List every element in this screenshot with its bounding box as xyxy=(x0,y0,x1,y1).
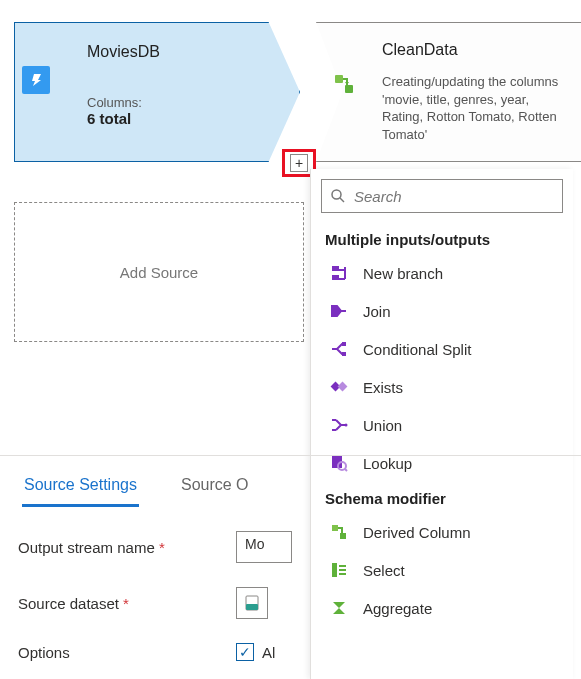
csv-file-icon xyxy=(243,594,261,612)
svg-line-3 xyxy=(340,198,344,202)
options-checkbox-label: Al xyxy=(262,644,275,661)
add-transform-button[interactable]: + xyxy=(290,154,308,172)
settings-tabs: Source Settings Source O xyxy=(18,460,581,507)
join-icon xyxy=(329,301,349,321)
svg-point-8 xyxy=(345,424,348,427)
svg-rect-0 xyxy=(335,75,343,83)
union-icon xyxy=(329,415,349,435)
svg-rect-5 xyxy=(342,352,346,356)
plus-icon: + xyxy=(295,156,303,170)
menu-item-conditional-split[interactable]: Conditional Split xyxy=(311,330,573,368)
menu-label: Union xyxy=(363,417,402,434)
group-header-multiple-io: Multiple inputs/outputs xyxy=(311,223,573,254)
menu-item-union[interactable]: Union xyxy=(311,406,573,444)
node-clean-title: CleanData xyxy=(382,41,571,59)
options-checkbox[interactable]: ✓ xyxy=(236,643,254,661)
menu-item-new-branch[interactable]: New branch xyxy=(311,254,573,292)
label-source-dataset: Source dataset xyxy=(18,595,218,612)
menu-item-join[interactable]: Join xyxy=(311,292,573,330)
search-icon xyxy=(330,188,346,204)
node-source-moviesdb[interactable]: MoviesDB Columns: 6 total xyxy=(14,22,300,162)
settings-panel: Source Settings Source O Output stream n… xyxy=(0,455,581,679)
add-source-placeholder[interactable]: Add Source xyxy=(14,202,304,342)
menu-label: New branch xyxy=(363,265,443,282)
database-source-icon xyxy=(22,66,50,94)
add-source-label: Add Source xyxy=(120,264,198,281)
search-input[interactable]: Search xyxy=(321,179,563,213)
tab-source-settings[interactable]: Source Settings xyxy=(22,468,139,507)
svg-rect-4 xyxy=(342,342,346,346)
node-source-columns-label: Columns: xyxy=(87,95,243,110)
menu-label: Join xyxy=(363,303,391,320)
menu-label: Exists xyxy=(363,379,403,396)
branch-icon xyxy=(329,263,349,283)
label-options: Options xyxy=(18,644,218,661)
check-icon: ✓ xyxy=(239,644,251,660)
dataset-picker-button[interactable] xyxy=(236,587,268,619)
svg-point-2 xyxy=(332,190,341,199)
exists-icon xyxy=(329,377,349,397)
tab-source-options[interactable]: Source O xyxy=(179,468,251,507)
search-placeholder: Search xyxy=(354,188,402,205)
svg-rect-16 xyxy=(246,604,258,610)
input-output-stream-name[interactable]: Mo xyxy=(236,531,292,563)
node-source-title: MoviesDB xyxy=(87,43,243,61)
menu-item-exists[interactable]: Exists xyxy=(311,368,573,406)
node-source-columns-value: 6 total xyxy=(87,110,243,127)
svg-rect-7 xyxy=(338,382,348,392)
input-value: Mo xyxy=(245,536,264,552)
svg-rect-1 xyxy=(345,85,353,93)
menu-label: Conditional Split xyxy=(363,341,471,358)
node-clean-desc: Creating/updating the columns 'movie, ti… xyxy=(382,73,571,143)
conditional-split-icon xyxy=(329,339,349,359)
derived-column-icon xyxy=(332,72,358,98)
label-output-stream-name: Output stream name xyxy=(18,539,218,556)
